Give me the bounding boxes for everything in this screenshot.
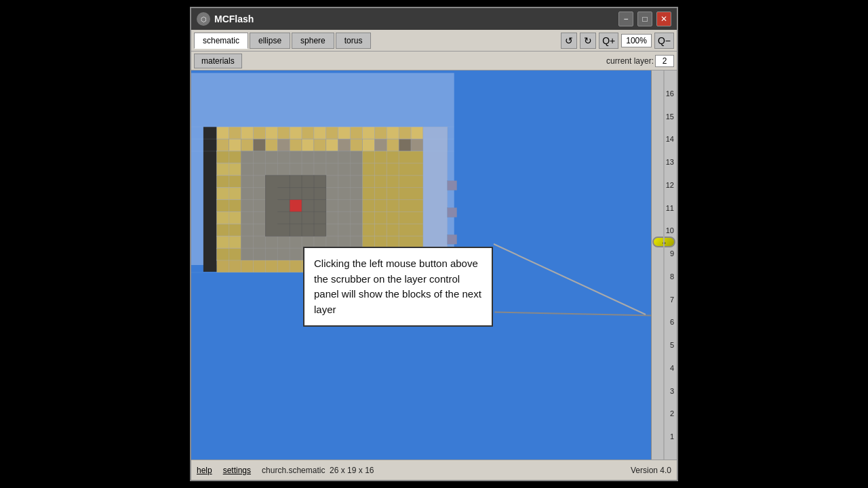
svg-rect-6 bbox=[253, 127, 265, 139]
dimensions-text: 26 x 19 x 16 bbox=[330, 466, 374, 475]
tab-sphere[interactable]: sphere bbox=[292, 33, 334, 49]
svg-rect-28 bbox=[290, 139, 302, 151]
ruler-mark-3: 3 bbox=[670, 388, 674, 395]
zoom-level: 100% bbox=[621, 34, 652, 47]
right-ruler: 16 15 14 13 12 11 10 9 8 7 6 5 4 3 2 1 ⬥ bbox=[651, 70, 677, 460]
svg-rect-31 bbox=[326, 139, 338, 151]
svg-rect-3 bbox=[217, 127, 229, 139]
title-left: ⬡ MCFlash bbox=[197, 12, 254, 26]
svg-rect-22 bbox=[217, 139, 229, 151]
ruler-mark-4: 4 bbox=[670, 365, 674, 372]
tab-torus[interactable]: torus bbox=[336, 33, 372, 49]
minimize-button[interactable]: − bbox=[618, 12, 633, 26]
status-filename: church.schematic 26 x 19 x 16 bbox=[262, 466, 374, 475]
layer-label: current layer: bbox=[606, 56, 654, 66]
svg-rect-14 bbox=[351, 127, 363, 139]
svg-rect-17 bbox=[387, 127, 399, 139]
svg-rect-13 bbox=[338, 127, 351, 139]
scrubber-track bbox=[663, 70, 665, 460]
svg-rect-33 bbox=[351, 139, 363, 151]
zoom-in-button[interactable]: Q+ bbox=[599, 33, 618, 49]
svg-rect-101 bbox=[448, 181, 457, 190]
undo-button[interactable]: ↺ bbox=[561, 33, 577, 49]
tooltip-text: Clicking the left mouse button above the… bbox=[314, 258, 481, 315]
svg-rect-24 bbox=[241, 139, 254, 151]
ruler-mark-2: 2 bbox=[670, 410, 674, 418]
main-toolbar: schematic ellipse sphere torus ↺ ↻ Q+ 10… bbox=[191, 30, 677, 52]
settings-link[interactable]: settings bbox=[223, 466, 251, 475]
svg-rect-29 bbox=[302, 139, 314, 151]
ruler-mark-15: 15 bbox=[666, 113, 674, 121]
title-bar: ⬡ MCFlash − □ ✕ bbox=[191, 8, 677, 30]
ruler-mark-5: 5 bbox=[670, 342, 674, 349]
tab-schematic[interactable]: schematic bbox=[194, 33, 248, 49]
tooltip-box: Clicking the left mouse button above the… bbox=[303, 247, 493, 327]
ruler-mark-10: 10 bbox=[666, 227, 674, 235]
svg-rect-2 bbox=[203, 127, 217, 272]
svg-rect-4 bbox=[229, 127, 241, 139]
ruler-mark-7: 7 bbox=[670, 296, 674, 304]
ruler-mark-8: 8 bbox=[670, 273, 674, 281]
maximize-button[interactable]: □ bbox=[637, 12, 652, 26]
svg-rect-25 bbox=[253, 139, 265, 151]
filename-text: church.schematic bbox=[262, 466, 325, 475]
svg-rect-103 bbox=[448, 235, 457, 244]
svg-rect-8 bbox=[277, 127, 290, 139]
svg-rect-37 bbox=[399, 139, 411, 151]
zoom-out-button[interactable]: Q− bbox=[654, 33, 674, 49]
ruler-mark-1: 1 bbox=[670, 433, 674, 441]
svg-rect-26 bbox=[265, 139, 277, 151]
ruler-mark-6: 6 bbox=[670, 319, 674, 326]
svg-rect-18 bbox=[399, 127, 411, 139]
canvas-area[interactable]: Clicking the left mouse button above the… bbox=[191, 70, 651, 460]
app-icon: ⬡ bbox=[197, 12, 210, 26]
svg-rect-35 bbox=[374, 139, 387, 151]
svg-rect-38 bbox=[411, 139, 423, 151]
layer-value-input[interactable] bbox=[655, 55, 674, 67]
ruler-mark-14: 14 bbox=[666, 136, 674, 143]
ruler-mark-11: 11 bbox=[666, 205, 674, 212]
ruler-mark-12: 12 bbox=[666, 182, 674, 189]
svg-rect-36 bbox=[387, 139, 399, 151]
main-area: Clicking the left mouse button above the… bbox=[191, 70, 677, 460]
toolbar-right: ↺ ↻ Q+ 100% Q− bbox=[561, 33, 674, 49]
svg-rect-12 bbox=[326, 127, 338, 139]
svg-rect-79 bbox=[290, 200, 302, 212]
svg-rect-27 bbox=[277, 139, 290, 151]
ruler-mark-16: 16 bbox=[666, 90, 674, 98]
svg-rect-23 bbox=[229, 139, 241, 151]
svg-rect-9 bbox=[290, 127, 302, 139]
help-link[interactable]: help bbox=[197, 466, 212, 475]
svg-rect-102 bbox=[448, 207, 457, 217]
title-text: MCFlash bbox=[214, 14, 254, 24]
status-bar: help settings church.schematic 26 x 19 x… bbox=[191, 460, 677, 480]
svg-rect-34 bbox=[363, 139, 375, 151]
status-version: Version 4.0 bbox=[631, 466, 671, 475]
tab-ellipse[interactable]: ellipse bbox=[250, 33, 290, 49]
svg-rect-15 bbox=[363, 127, 375, 139]
svg-rect-30 bbox=[314, 139, 326, 151]
svg-rect-87 bbox=[363, 151, 423, 260]
svg-rect-7 bbox=[265, 127, 277, 139]
close-button[interactable]: ✕ bbox=[656, 12, 671, 26]
svg-rect-16 bbox=[374, 127, 387, 139]
svg-rect-19 bbox=[411, 127, 423, 139]
svg-rect-99 bbox=[423, 127, 448, 262]
ruler-mark-13: 13 bbox=[666, 159, 674, 166]
svg-rect-32 bbox=[338, 139, 351, 151]
svg-rect-5 bbox=[241, 127, 254, 139]
svg-rect-10 bbox=[302, 127, 314, 139]
ruler-mark-9: 9 bbox=[670, 250, 674, 258]
redo-button[interactable]: ↻ bbox=[580, 33, 596, 49]
materials-button[interactable]: materials bbox=[194, 54, 242, 68]
svg-rect-11 bbox=[314, 127, 326, 139]
secondary-toolbar: materials current layer: bbox=[191, 52, 677, 70]
title-buttons: − □ ✕ bbox=[618, 12, 671, 26]
